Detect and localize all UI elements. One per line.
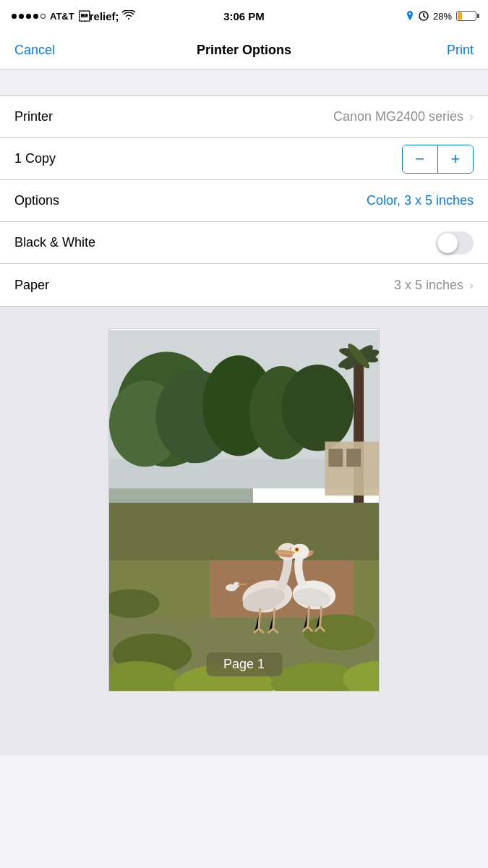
status-left: AT&T relief; (12, 10, 135, 22)
clock-icon (419, 11, 429, 21)
svg-point-38 (296, 548, 298, 550)
page-label: Page 1 (206, 652, 282, 676)
svg-point-20 (304, 614, 375, 650)
printer-value: Canon MG2400 series (333, 109, 463, 124)
toggle-knob (437, 233, 458, 253)
battery-percent: 28% (433, 11, 452, 22)
status-bar: AT&T relief; 3:06 PM 28% (0, 0, 488, 32)
bw-row: Black & White (0, 222, 488, 264)
status-right: 28% (406, 11, 476, 22)
options-label: Options (14, 193, 59, 208)
printer-label: Printer (14, 109, 53, 124)
bw-label: Black & White (14, 235, 95, 250)
signal-dots (12, 14, 46, 19)
increment-button[interactable]: + (438, 145, 473, 173)
signal-dot-3 (26, 14, 31, 19)
location-icon (406, 11, 414, 21)
paper-row[interactable]: Paper 3 x 5 inches › (0, 264, 488, 306)
nav-bar: Cancel Printer Options Print (0, 32, 488, 69)
signal-dot-4 (33, 14, 38, 19)
paper-label: Paper (14, 278, 49, 293)
signal-dot-5 (40, 14, 46, 19)
signal-dot-1 (12, 14, 17, 19)
options-value: Color, 3 x 5 inches (367, 193, 474, 208)
svg-point-13 (282, 365, 354, 451)
settings-list: Printer Canon MG2400 series › 1 Copy − +… (0, 95, 488, 307)
cancel-button[interactable]: Cancel (14, 43, 55, 58)
copies-label: 1 Copy (14, 151, 56, 166)
preview-image-container: Page 1 (108, 328, 380, 692)
battery-icon (456, 11, 476, 21)
paper-value: 3 x 5 inches (394, 278, 463, 293)
preview-image (109, 329, 379, 691)
preview-area: Page 1 (0, 307, 488, 755)
printer-row[interactable]: Printer Canon MG2400 series › (0, 96, 488, 138)
carrier-label: AT&T (50, 11, 74, 22)
wifi-icon: relief; (79, 10, 135, 22)
page-title: Printer Options (197, 43, 291, 58)
paper-chevron-icon: › (469, 278, 474, 293)
copies-row: 1 Copy − + (0, 138, 488, 180)
battery-fill (458, 12, 462, 20)
bw-toggle[interactable] (436, 231, 474, 255)
printer-value-container: Canon MG2400 series › (333, 109, 474, 124)
decrement-button[interactable]: − (403, 145, 437, 173)
copies-stepper: − + (402, 145, 474, 174)
print-button[interactable]: Print (447, 43, 474, 58)
svg-rect-27 (328, 448, 343, 467)
paper-value-container: 3 x 5 inches › (394, 278, 474, 293)
options-value-container: Color, 3 x 5 inches (367, 193, 474, 208)
svg-rect-28 (346, 448, 361, 467)
options-row[interactable]: Options Color, 3 x 5 inches (0, 180, 488, 222)
status-time: 3:06 PM (223, 10, 265, 22)
signal-dot-2 (19, 14, 24, 19)
printer-chevron-icon: › (469, 109, 474, 124)
section-spacer-top (0, 69, 488, 95)
